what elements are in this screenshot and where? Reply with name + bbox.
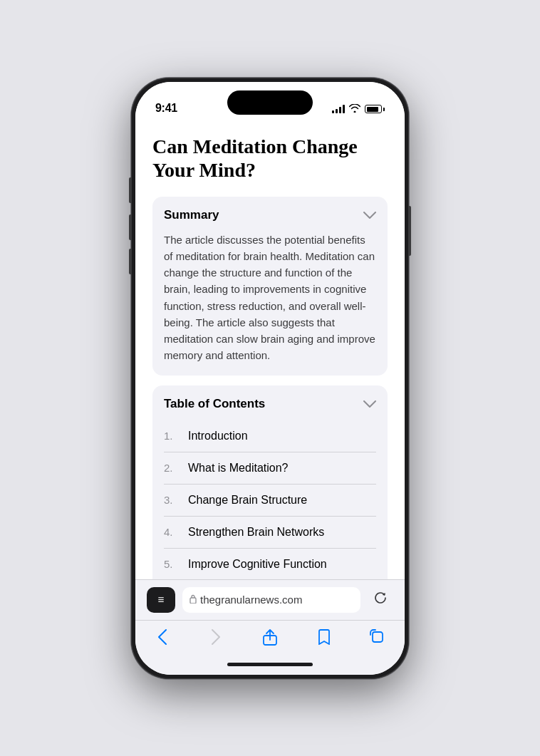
wifi-icon — [349, 104, 360, 115]
lock-icon — [189, 594, 197, 606]
toc-item[interactable]: 5. Improve Cognitive Function — [164, 549, 376, 579]
status-bar: 9:41 — [135, 82, 405, 120]
dynamic-island — [227, 90, 313, 115]
toc-item[interactable]: 4. Strengthen Brain Networks — [164, 517, 376, 549]
bottom-toolbar — [135, 620, 405, 655]
reload-icon — [373, 591, 388, 609]
tabs-button[interactable] — [362, 626, 393, 652]
toc-chevron-icon[interactable] — [363, 397, 376, 412]
bookmarks-icon — [317, 629, 331, 649]
battery-icon — [365, 105, 385, 113]
summary-card: Summary The article discusses the potent… — [152, 197, 388, 376]
tabs-icon — [370, 629, 385, 649]
toc-number: 2. — [164, 462, 181, 474]
svg-rect-2 — [373, 632, 383, 642]
url-text: thegranularnews.com — [200, 594, 302, 606]
toc-label: Strengthen Brain Networks — [188, 526, 324, 539]
phone-screen: 9:41 — [135, 82, 405, 675]
forward-icon — [212, 629, 220, 649]
back-icon — [158, 629, 167, 649]
share-icon — [263, 628, 277, 650]
toc-number: 4. — [164, 526, 181, 538]
toc-list: 1. Introduction 2. What is Meditation? 3… — [164, 420, 376, 579]
status-icons — [332, 104, 385, 115]
toc-label: Change Brain Structure — [188, 494, 307, 507]
home-indicator — [135, 655, 405, 675]
browser-bar: ≡ thegranularnews.com — [135, 579, 405, 620]
toc-number: 3. — [164, 494, 181, 506]
toc-item[interactable]: 3. Change Brain Structure — [164, 485, 376, 517]
status-time: 9:41 — [155, 102, 177, 115]
reader-mode-icon: ≡ — [157, 594, 164, 606]
back-button[interactable] — [147, 626, 178, 652]
signal-icon — [332, 105, 345, 113]
toc-card: Table of Contents 1. Introduction 2. Wha… — [152, 385, 388, 579]
reload-button[interactable] — [368, 587, 393, 613]
url-bar[interactable]: thegranularnews.com — [182, 587, 360, 613]
toc-card-header: Table of Contents — [164, 397, 376, 412]
summary-text: The article discusses the potential bene… — [164, 232, 376, 364]
svg-rect-0 — [190, 598, 196, 604]
toc-number: 5. — [164, 558, 181, 570]
home-bar — [227, 663, 313, 666]
toc-label: What is Meditation? — [188, 462, 289, 475]
article-title: Can Meditation Change Your Mind? — [152, 135, 388, 182]
reader-mode-button[interactable]: ≡ — [147, 587, 175, 613]
summary-heading: Summary — [164, 208, 219, 222]
bookmarks-button[interactable] — [308, 626, 340, 652]
content-area[interactable]: Can Meditation Change Your Mind? Summary… — [135, 120, 405, 579]
toc-item[interactable]: 1. Introduction — [164, 420, 376, 452]
share-button[interactable] — [254, 626, 286, 652]
toc-number: 1. — [164, 430, 181, 442]
phone-frame: 9:41 — [131, 78, 409, 679]
toc-heading: Table of Contents — [164, 397, 265, 411]
toc-item[interactable]: 2. What is Meditation? — [164, 452, 376, 485]
summary-chevron-icon[interactable] — [363, 208, 376, 223]
forward-button[interactable] — [200, 626, 232, 652]
toc-label: Improve Cognitive Function — [188, 558, 327, 571]
toc-label: Introduction — [188, 430, 248, 442]
summary-card-header: Summary — [164, 208, 376, 223]
